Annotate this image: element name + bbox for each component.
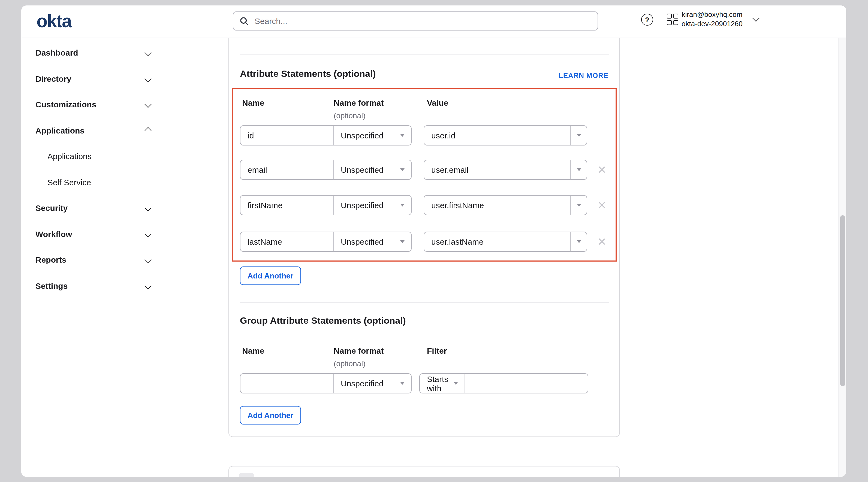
chevron-down-icon <box>145 75 151 82</box>
attr-value-input[interactable] <box>424 196 570 215</box>
attr-value-input[interactable] <box>424 126 570 145</box>
caret-down-icon <box>577 134 581 137</box>
section-divider <box>240 55 609 55</box>
chevron-down-icon <box>145 282 151 289</box>
chevron-down-icon <box>145 205 151 212</box>
name-and-format-group: Unspecified <box>240 232 412 252</box>
group-name-input[interactable] <box>241 374 334 393</box>
account-menu[interactable]: kiran@boxyhq.com okta-dev-20901260 <box>678 10 758 28</box>
column-header-name: Name <box>242 98 265 107</box>
value-group <box>424 195 587 215</box>
app-window: okta ? kiran@boxyhq.com okta-dev-2090126… <box>21 5 846 477</box>
attr-name-input[interactable] <box>241 232 334 251</box>
thumbnail-placeholder <box>239 473 254 477</box>
column-header-filter: Filter <box>427 346 447 355</box>
column-header-name: Name <box>242 346 265 355</box>
filter-group: Starts with <box>419 373 588 393</box>
caret-down-icon <box>454 382 458 385</box>
value-group <box>424 232 587 252</box>
caret-down-icon <box>577 240 581 243</box>
name-and-format-group: Unspecified <box>240 125 412 146</box>
add-another-attribute-button[interactable]: Add Another <box>240 266 301 285</box>
help-icon[interactable]: ? <box>641 13 653 26</box>
grid-square <box>667 13 672 19</box>
remove-row-button[interactable]: × <box>593 195 611 215</box>
attribute-row: Unspecified <box>240 125 616 146</box>
attr-name-input[interactable] <box>241 160 334 179</box>
attribute-row: Unspecified × <box>240 195 616 215</box>
sidebar-item-settings[interactable]: Settings <box>21 273 165 299</box>
sidebar-item-applications[interactable]: Applications <box>21 118 165 143</box>
value-dropdown-button[interactable] <box>570 196 587 215</box>
name-format-select[interactable]: Unspecified <box>334 374 411 393</box>
apps-grid-icon[interactable] <box>667 13 678 25</box>
global-search-box[interactable] <box>233 11 598 31</box>
column-note-optional: (optional) <box>334 359 366 368</box>
scrollbar-thumb[interactable] <box>840 215 845 386</box>
attribute-row: Unspecified × <box>240 160 616 180</box>
caret-down-icon <box>400 204 405 206</box>
column-header-value: Value <box>427 98 448 107</box>
value-dropdown-button[interactable] <box>570 160 587 179</box>
grid-square <box>673 20 678 25</box>
attribute-row: Unspecified × <box>240 232 616 252</box>
chevron-down-icon <box>145 230 151 237</box>
name-format-select[interactable]: Unspecified <box>334 160 411 179</box>
column-note-optional: (optional) <box>334 111 366 120</box>
chevron-up-icon <box>145 127 151 134</box>
sidebar-subitem-self-service[interactable]: Self Service <box>21 169 165 195</box>
group-attribute-statements-title: Group Attribute Statements (optional) <box>240 316 406 326</box>
caret-down-icon <box>400 382 405 385</box>
sidebar-item-security[interactable]: Security <box>21 195 165 221</box>
account-email: kiran@boxyhq.com <box>678 10 746 19</box>
search-icon <box>240 17 249 25</box>
sidebar-item-directory[interactable]: Directory <box>21 66 165 92</box>
saml-settings-card: Attribute Statements (optional) LEARN MO… <box>228 38 620 437</box>
attr-value-input[interactable] <box>424 160 570 179</box>
scrollbar-track[interactable] <box>838 38 846 477</box>
grid-square <box>673 13 678 19</box>
name-and-format-group: Unspecified <box>240 160 412 180</box>
okta-logo[interactable]: okta <box>36 11 71 31</box>
section-divider <box>240 302 609 303</box>
column-header-name-format: Name format <box>334 346 383 355</box>
account-org: okta-dev-20901260 <box>678 19 746 28</box>
remove-row-button[interactable]: × <box>593 232 611 252</box>
name-and-format-group: Unspecified <box>240 195 412 215</box>
chevron-down-icon <box>145 49 151 56</box>
chevron-down-icon <box>145 101 151 108</box>
attr-value-input[interactable] <box>424 232 570 251</box>
caret-down-icon <box>400 240 405 243</box>
sidebar-item-dashboard[interactable]: Dashboard <box>21 40 165 66</box>
caret-down-icon <box>400 134 405 137</box>
search-input[interactable] <box>253 16 591 26</box>
name-format-select[interactable]: Unspecified <box>334 196 411 215</box>
sidebar-item-customizations[interactable]: Customizations <box>21 92 165 118</box>
chevron-down-icon <box>752 15 759 22</box>
value-dropdown-button[interactable] <box>570 126 587 145</box>
attr-name-input[interactable] <box>241 126 334 145</box>
caret-down-icon <box>400 168 405 171</box>
top-bar: okta ? kiran@boxyhq.com okta-dev-2090126… <box>21 5 846 38</box>
learn-more-link[interactable]: LEARN MORE <box>559 71 609 79</box>
attribute-statements-title: Attribute Statements (optional) <box>240 69 376 79</box>
name-and-format-group: Unspecified <box>240 373 412 393</box>
filter-type-select[interactable]: Starts with <box>420 374 465 393</box>
sidebar-item-workflow[interactable]: Workflow <box>21 221 165 247</box>
sidebar-item-reports[interactable]: Reports <box>21 247 165 273</box>
group-attribute-row: Unspecified Starts with <box>240 373 616 393</box>
name-format-select[interactable]: Unspecified <box>334 126 411 145</box>
filter-value-input[interactable] <box>465 374 588 393</box>
value-group <box>424 160 587 180</box>
grid-square <box>667 20 672 25</box>
name-format-select[interactable]: Unspecified <box>334 232 411 251</box>
caret-down-icon <box>577 204 581 206</box>
caret-down-icon <box>577 168 581 171</box>
sidebar-subitem-applications[interactable]: Applications <box>21 143 165 169</box>
remove-row-button[interactable]: × <box>593 160 611 180</box>
next-section-card <box>228 466 620 477</box>
attr-name-input[interactable] <box>241 196 334 215</box>
add-another-group-attribute-button[interactable]: Add Another <box>240 406 301 424</box>
chevron-down-icon <box>145 256 151 263</box>
value-dropdown-button[interactable] <box>570 232 587 251</box>
